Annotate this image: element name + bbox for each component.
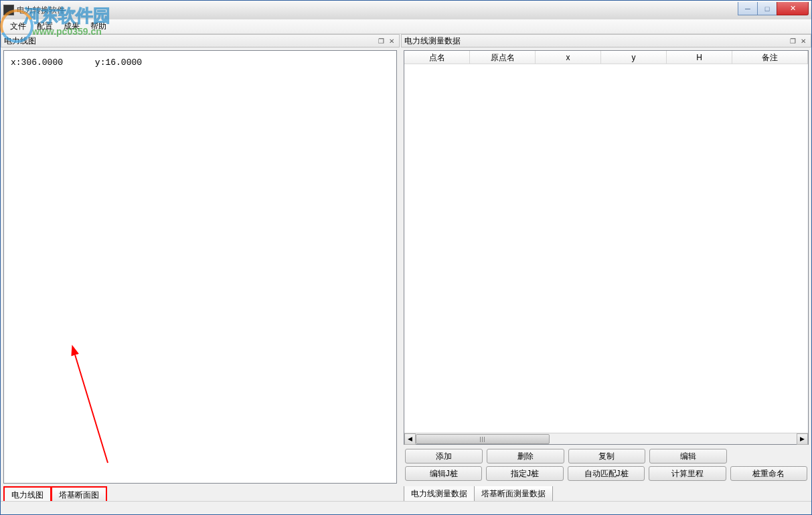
right-dock-close-icon[interactable]: ✕: [799, 36, 808, 45]
edit-button[interactable]: 编辑: [649, 449, 727, 463]
close-button[interactable]: ✕: [777, 2, 809, 15]
table-header: 点名 原点名 x y H 备注: [404, 51, 808, 64]
col-remark[interactable]: 备注: [732, 51, 808, 64]
assign-j-pile-button[interactable]: 指定J桩: [486, 466, 563, 481]
delete-button[interactable]: 删除: [487, 449, 564, 463]
left-dock-title: 电力线图: [4, 35, 375, 47]
left-dock-close-icon[interactable]: ✕: [387, 36, 396, 45]
annotation-arrow: [34, 342, 114, 476]
data-table[interactable]: 点名 原点名 x y H 备注 ◀ ▶: [404, 51, 808, 444]
tab-tower-section-data[interactable]: 塔基断面测量数据: [474, 486, 553, 502]
copy-button[interactable]: 复制: [568, 449, 646, 463]
edit-j-pile-button[interactable]: 编辑J桩: [405, 466, 482, 481]
auto-match-j-pile-button[interactable]: 自动匹配J桩: [568, 466, 645, 481]
coord-x: x:306.0000: [11, 58, 63, 68]
right-tabs: 电力线测量数据 塔基断面测量数据: [401, 486, 811, 501]
left-dock-float-icon[interactable]: ❐: [376, 36, 386, 45]
coord-y: y:16.0000: [95, 58, 142, 68]
scroll-thumb[interactable]: [416, 434, 550, 444]
col-y[interactable]: y: [601, 51, 667, 64]
coords-readout: x:306.0000 y:16.0000: [11, 58, 142, 68]
svg-line-0: [74, 352, 108, 463]
menubar: 文件 配置 成果 帮助: [1, 19, 811, 34]
menu-result[interactable]: 成果: [58, 19, 85, 34]
col-x[interactable]: x: [536, 51, 601, 64]
app-icon: [3, 5, 14, 15]
tab-power-line-data[interactable]: 电力线测量数据: [404, 486, 475, 502]
maximize-button[interactable]: □: [757, 2, 777, 15]
rename-pile-button[interactable]: 桩重命名: [730, 466, 807, 481]
right-dock-header: 电力线测量数据 ❐ ✕: [401, 34, 811, 47]
left-canvas[interactable]: x:306.0000 y:16.0000: [3, 50, 397, 484]
menu-help[interactable]: 帮助: [85, 19, 112, 34]
horizontal-scrollbar[interactable]: ◀ ▶: [404, 433, 808, 444]
scroll-track[interactable]: [416, 433, 797, 445]
minimize-button[interactable]: ─: [738, 2, 758, 15]
col-point-name[interactable]: 点名: [404, 51, 470, 64]
left-tabs: 电力线图 塔基断面图: [1, 486, 400, 501]
add-button[interactable]: 添加: [405, 449, 483, 463]
menu-config[interactable]: 配置: [31, 19, 58, 34]
right-dock-title: 电力线测量数据: [404, 35, 787, 47]
calc-mileage-button[interactable]: 计算里程: [649, 466, 726, 481]
scroll-right-icon[interactable]: ▶: [797, 433, 808, 445]
col-h[interactable]: H: [667, 51, 732, 64]
statusbar: [1, 501, 811, 514]
window-title: 电力转换软件: [17, 5, 738, 16]
menu-file[interactable]: 文件: [5, 19, 31, 34]
titlebar: 电力转换软件 ─ □ ✕: [1, 1, 811, 19]
scroll-left-icon[interactable]: ◀: [404, 433, 416, 445]
right-dock-float-icon[interactable]: ❐: [788, 36, 797, 45]
col-orig-point-name[interactable]: 原点名: [470, 51, 536, 64]
left-dock-header: 电力线图 ❐ ✕: [1, 34, 400, 47]
